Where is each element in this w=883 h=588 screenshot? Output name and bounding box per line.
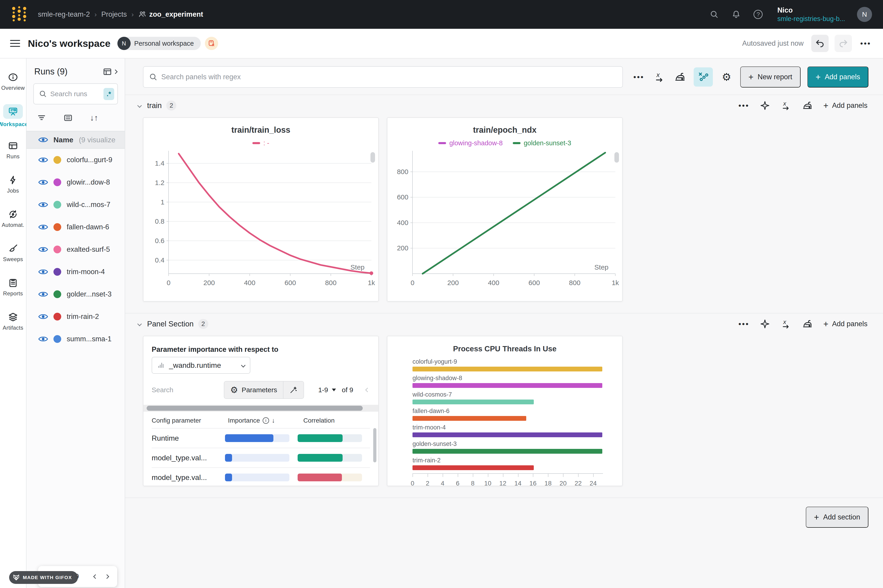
x-axis-settings-icon[interactable]: x: [780, 318, 792, 329]
sidebar-item-overview[interactable]: Overview: [0, 64, 26, 99]
runs-table-icon[interactable]: [103, 67, 112, 76]
column-importance[interactable]: Importance i ↓: [228, 417, 303, 424]
param-table-row[interactable]: model_type.val...: [151, 448, 370, 467]
runs-list-header[interactable]: Name (9 visualize: [27, 131, 125, 149]
sparkle-icon[interactable]: [760, 319, 770, 329]
help-icon[interactable]: ?: [753, 9, 763, 20]
sidebar-item-workspace[interactable]: Workspace: [0, 99, 26, 133]
collapse-section-chevron-icon[interactable]: [137, 322, 142, 326]
visibility-eye-icon[interactable]: [38, 224, 48, 231]
sparkle-icon[interactable]: [760, 100, 770, 111]
visibility-eye-icon[interactable]: [38, 336, 48, 342]
metric-dropdown[interactable]: _wandb.runtime: [151, 357, 250, 374]
panel-search-input[interactable]: [161, 73, 617, 81]
parameters-button[interactable]: ⚙ Parameters: [224, 381, 283, 398]
column-correlation[interactable]: Correlation: [303, 417, 334, 424]
filter-icon[interactable]: [37, 113, 46, 123]
undo-button[interactable]: [811, 35, 829, 52]
regex-toggle[interactable]: .*: [103, 88, 114, 100]
breadcrumb-project[interactable]: zoo_experiment: [138, 10, 203, 18]
visibility-eye-icon[interactable]: [38, 179, 48, 186]
personal-workspace-badge[interactable]: N Personal workspace: [117, 37, 201, 50]
run-row[interactable]: fallen-dawn-6: [27, 216, 125, 238]
smoothing-iron-icon[interactable]: [673, 70, 687, 84]
train-loss-panel[interactable]: train/train_loss : - 0.40.60.811.21.4020…: [143, 117, 379, 302]
visibility-eye-icon[interactable]: [38, 246, 48, 253]
train-loss-chart[interactable]: 0.40.60.811.21.402004006008001kStep: [144, 148, 378, 294]
sidebar-item-artifacts[interactable]: Artifacts: [0, 304, 26, 339]
add-section-button[interactable]: +Add section: [806, 507, 868, 528]
breadcrumb-projects[interactable]: Projects: [101, 10, 127, 18]
sidebar-item-jobs[interactable]: Jobs: [0, 167, 26, 201]
next-page-icon[interactable]: [103, 573, 111, 580]
section-add-panels-button[interactable]: +Add panels: [823, 319, 868, 329]
wandb-logo-icon[interactable]: [11, 5, 27, 24]
settings-gear-icon[interactable]: ⚙: [720, 70, 733, 84]
smoothing-iron-icon[interactable]: [802, 100, 813, 111]
expand-table-chevron-icon[interactable]: [113, 69, 118, 74]
sidebar-item-runs[interactable]: Runs: [0, 133, 26, 167]
new-report-button[interactable]: +New report: [740, 66, 801, 87]
run-row[interactable]: wild-c...mos-7: [27, 194, 125, 216]
avatar[interactable]: N: [857, 7, 872, 22]
header-more-options-icon[interactable]: •••: [860, 39, 871, 48]
runs-search[interactable]: .*: [33, 83, 118, 104]
x-axis-settings-icon[interactable]: x: [780, 100, 792, 111]
section-title[interactable]: train: [147, 101, 162, 110]
toolbar-more-options-icon[interactable]: •••: [632, 70, 646, 84]
redo-button[interactable]: [835, 35, 852, 52]
smoothing-iron-icon[interactable]: [802, 318, 813, 329]
section-more-options-icon[interactable]: •••: [738, 101, 750, 110]
section-add-panels-button[interactable]: +Add panels: [823, 101, 868, 111]
param-pagination[interactable]: 1-9 of 9: [318, 386, 353, 394]
visibility-eye-icon[interactable]: [38, 136, 48, 143]
pagination-prev-icon[interactable]: [365, 388, 370, 392]
clear-workspace-icon[interactable]: [205, 37, 218, 50]
run-row[interactable]: colorfu...gurt-9: [27, 149, 125, 171]
sidebar-item-automations[interactable]: Automat.: [0, 201, 26, 236]
x-axis-settings-icon[interactable]: x: [652, 70, 666, 84]
param-table-row[interactable]: model_type.val...: [151, 467, 370, 486]
notifications-bell-icon[interactable]: [731, 9, 741, 20]
parameter-importance-panel[interactable]: Parameter importance with respect to _wa…: [143, 336, 379, 486]
breadcrumb-team[interactable]: smle-reg-team-2: [38, 10, 90, 18]
user-menu[interactable]: Nico smle-registries-bug-b...: [777, 6, 845, 23]
panel-drag-handle[interactable]: [370, 152, 375, 163]
runs-search-input[interactable]: [50, 90, 100, 98]
cpu-threads-chart[interactable]: colorful-yogurt-9glowing-shadow-8wild-co…: [412, 358, 603, 486]
run-row[interactable]: trim-moon-4: [27, 261, 125, 283]
section-more-options-icon[interactable]: •••: [738, 320, 750, 328]
epoch-ndx-chart[interactable]: 20040060080002004006008001kStep: [387, 148, 622, 294]
run-row[interactable]: summ...sma-1: [27, 328, 125, 350]
param-table-row[interactable]: Runtime: [151, 428, 370, 448]
run-row[interactable]: exalted-surf-5: [27, 238, 125, 261]
hamburger-menu-icon[interactable]: [10, 40, 20, 47]
sort-icon[interactable]: ↓↑: [90, 113, 98, 123]
visibility-eye-icon[interactable]: [38, 201, 48, 208]
panel-drag-handle[interactable]: [615, 152, 619, 163]
visibility-eye-icon[interactable]: [38, 268, 48, 275]
cpu-threads-panel[interactable]: Process CPU Threads In Use colorful-yogu…: [387, 336, 623, 486]
param-search-input[interactable]: [151, 386, 209, 394]
run-row[interactable]: golder...nset-3: [27, 283, 125, 305]
vertical-scrollbar[interactable]: [373, 428, 376, 462]
add-panels-button[interactable]: +Add panels: [807, 66, 868, 87]
section-title[interactable]: Panel Section: [147, 320, 194, 328]
epoch-ndx-panel[interactable]: train/epoch_ndx glowing-shadow-8golden-s…: [387, 117, 623, 302]
visibility-eye-icon[interactable]: [38, 313, 48, 320]
parameters-button-group[interactable]: ⚙ Parameters: [224, 381, 304, 399]
group-list-icon[interactable]: [63, 113, 73, 123]
horizontal-scrollbar[interactable]: [144, 405, 378, 412]
column-config-parameter[interactable]: Config parameter: [151, 417, 228, 424]
sidebar-item-sweeps[interactable]: Sweeps: [0, 236, 26, 270]
visibility-eye-icon[interactable]: [38, 291, 48, 298]
search-icon[interactable]: [709, 9, 719, 20]
collapse-section-chevron-icon[interactable]: [137, 103, 142, 108]
run-row[interactable]: glowir...dow-8: [27, 171, 125, 194]
visibility-eye-icon[interactable]: [38, 156, 48, 164]
panel-search[interactable]: [143, 66, 623, 88]
magic-wand-button[interactable]: [283, 381, 304, 398]
run-row[interactable]: trim-rain-2: [27, 305, 125, 328]
outliers-scatter-icon[interactable]: [694, 68, 713, 87]
sidebar-item-reports[interactable]: Reports: [0, 270, 26, 304]
